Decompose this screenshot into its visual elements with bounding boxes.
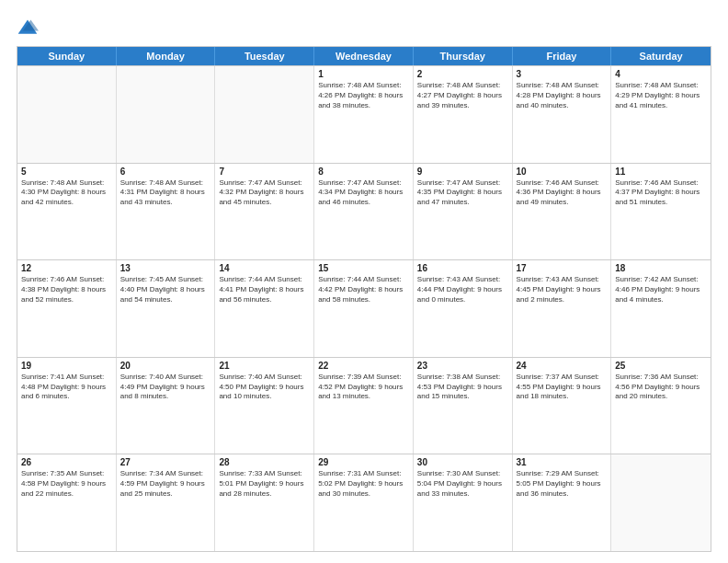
day-number: 8 [318, 167, 409, 177]
day-number: 4 [615, 69, 707, 79]
day-number: 30 [417, 457, 508, 467]
calendar-cell: 10Sunrise: 7:46 AM Sunset: 4:36 PM Dayli… [513, 164, 612, 260]
calendar-cell: 19Sunrise: 7:41 AM Sunset: 4:48 PM Dayli… [17, 358, 117, 454]
weekday-header: Wednesday [314, 47, 414, 65]
day-info: Sunrise: 7:47 AM Sunset: 4:34 PM Dayligh… [318, 178, 409, 208]
calendar-cell: 5Sunrise: 7:48 AM Sunset: 4:30 PM Daylig… [17, 164, 117, 260]
calendar-cell: 31Sunrise: 7:29 AM Sunset: 5:05 PM Dayli… [513, 454, 612, 551]
weekday-header: Monday [117, 47, 216, 65]
day-number: 18 [615, 263, 707, 273]
day-info: Sunrise: 7:48 AM Sunset: 4:31 PM Dayligh… [120, 178, 211, 208]
calendar-cell: 30Sunrise: 7:30 AM Sunset: 5:04 PM Dayli… [414, 454, 513, 551]
calendar-body: 1Sunrise: 7:48 AM Sunset: 4:26 PM Daylig… [17, 65, 711, 551]
page: SundayMondayTuesdayWednesdayThursdayFrid… [0, 0, 728, 563]
day-number: 5 [21, 167, 112, 177]
day-info: Sunrise: 7:36 AM Sunset: 4:56 PM Dayligh… [615, 373, 707, 402]
weekday-header: Sunday [17, 47, 117, 65]
day-number: 15 [318, 263, 409, 273]
calendar-cell: 2Sunrise: 7:48 AM Sunset: 4:27 PM Daylig… [414, 66, 513, 163]
calendar-week: 19Sunrise: 7:41 AM Sunset: 4:48 PM Dayli… [17, 357, 711, 454]
day-info: Sunrise: 7:30 AM Sunset: 5:04 PM Dayligh… [417, 469, 508, 499]
day-info: Sunrise: 7:44 AM Sunset: 4:41 PM Dayligh… [219, 275, 310, 304]
day-number: 12 [21, 263, 112, 273]
calendar-cell: 13Sunrise: 7:45 AM Sunset: 4:40 PM Dayli… [117, 260, 216, 357]
weekday-header: Friday [513, 47, 612, 65]
day-info: Sunrise: 7:46 AM Sunset: 4:36 PM Dayligh… [517, 178, 608, 208]
calendar-cell [117, 66, 216, 163]
day-info: Sunrise: 7:41 AM Sunset: 4:48 PM Dayligh… [21, 373, 112, 402]
calendar-cell: 23Sunrise: 7:38 AM Sunset: 4:53 PM Dayli… [414, 358, 513, 454]
day-info: Sunrise: 7:31 AM Sunset: 5:02 PM Dayligh… [318, 469, 409, 499]
day-number: 11 [615, 167, 707, 177]
day-info: Sunrise: 7:48 AM Sunset: 4:28 PM Dayligh… [517, 81, 608, 110]
calendar-header-row: SundayMondayTuesdayWednesdayThursdayFrid… [17, 47, 711, 65]
calendar-cell: 27Sunrise: 7:34 AM Sunset: 4:59 PM Dayli… [117, 454, 216, 551]
day-info: Sunrise: 7:48 AM Sunset: 4:27 PM Dayligh… [417, 81, 508, 110]
day-number: 6 [120, 167, 211, 177]
weekday-header: Tuesday [215, 47, 314, 65]
day-number: 29 [318, 457, 409, 467]
logo [17, 17, 42, 39]
weekday-header: Saturday [611, 47, 711, 65]
calendar-cell: 1Sunrise: 7:48 AM Sunset: 4:26 PM Daylig… [314, 66, 414, 163]
calendar-cell: 29Sunrise: 7:31 AM Sunset: 5:02 PM Dayli… [314, 454, 414, 551]
day-number: 24 [517, 361, 608, 371]
day-info: Sunrise: 7:44 AM Sunset: 4:42 PM Dayligh… [318, 275, 409, 304]
calendar-cell: 17Sunrise: 7:43 AM Sunset: 4:45 PM Dayli… [513, 260, 612, 357]
day-number: 26 [21, 457, 112, 467]
header [17, 17, 711, 39]
calendar-cell: 25Sunrise: 7:36 AM Sunset: 4:56 PM Dayli… [611, 358, 711, 454]
calendar-cell: 21Sunrise: 7:40 AM Sunset: 4:50 PM Dayli… [215, 358, 314, 454]
logo-icon [17, 17, 39, 39]
calendar-cell: 14Sunrise: 7:44 AM Sunset: 4:41 PM Dayli… [215, 260, 314, 357]
calendar-week: 26Sunrise: 7:35 AM Sunset: 4:58 PM Dayli… [17, 454, 711, 551]
calendar-cell: 24Sunrise: 7:37 AM Sunset: 4:55 PM Dayli… [513, 358, 612, 454]
calendar-cell: 6Sunrise: 7:48 AM Sunset: 4:31 PM Daylig… [117, 164, 216, 260]
day-number: 20 [120, 361, 211, 371]
day-info: Sunrise: 7:42 AM Sunset: 4:46 PM Dayligh… [615, 275, 707, 304]
day-info: Sunrise: 7:37 AM Sunset: 4:55 PM Dayligh… [517, 373, 608, 402]
day-info: Sunrise: 7:47 AM Sunset: 4:32 PM Dayligh… [219, 178, 310, 208]
calendar-cell [17, 66, 117, 163]
calendar-cell: 12Sunrise: 7:46 AM Sunset: 4:38 PM Dayli… [17, 260, 117, 357]
day-number: 19 [21, 361, 112, 371]
day-number: 9 [417, 167, 508, 177]
calendar-week: 1Sunrise: 7:48 AM Sunset: 4:26 PM Daylig… [17, 65, 711, 163]
day-info: Sunrise: 7:35 AM Sunset: 4:58 PM Dayligh… [21, 469, 112, 499]
day-number: 1 [318, 69, 409, 79]
calendar-cell: 18Sunrise: 7:42 AM Sunset: 4:46 PM Dayli… [611, 260, 711, 357]
day-info: Sunrise: 7:47 AM Sunset: 4:35 PM Dayligh… [417, 178, 508, 208]
calendar-cell: 7Sunrise: 7:47 AM Sunset: 4:32 PM Daylig… [215, 164, 314, 260]
calendar-cell: 28Sunrise: 7:33 AM Sunset: 5:01 PM Dayli… [215, 454, 314, 551]
calendar-cell: 4Sunrise: 7:48 AM Sunset: 4:29 PM Daylig… [611, 66, 711, 163]
day-info: Sunrise: 7:29 AM Sunset: 5:05 PM Dayligh… [517, 469, 608, 499]
day-info: Sunrise: 7:38 AM Sunset: 4:53 PM Dayligh… [417, 373, 508, 402]
day-info: Sunrise: 7:48 AM Sunset: 4:30 PM Dayligh… [21, 178, 112, 208]
calendar-cell [215, 66, 314, 163]
calendar-cell [611, 454, 711, 551]
day-info: Sunrise: 7:43 AM Sunset: 4:45 PM Dayligh… [517, 275, 608, 304]
day-info: Sunrise: 7:40 AM Sunset: 4:49 PM Dayligh… [120, 373, 211, 402]
day-number: 3 [517, 69, 608, 79]
calendar-cell: 8Sunrise: 7:47 AM Sunset: 4:34 PM Daylig… [314, 164, 414, 260]
day-info: Sunrise: 7:40 AM Sunset: 4:50 PM Dayligh… [219, 373, 310, 402]
calendar-cell: 16Sunrise: 7:43 AM Sunset: 4:44 PM Dayli… [414, 260, 513, 357]
calendar-cell: 20Sunrise: 7:40 AM Sunset: 4:49 PM Dayli… [117, 358, 216, 454]
day-info: Sunrise: 7:33 AM Sunset: 5:01 PM Dayligh… [219, 469, 310, 499]
calendar-cell: 22Sunrise: 7:39 AM Sunset: 4:52 PM Dayli… [314, 358, 414, 454]
calendar-cell: 11Sunrise: 7:46 AM Sunset: 4:37 PM Dayli… [611, 164, 711, 260]
day-number: 21 [219, 361, 310, 371]
day-info: Sunrise: 7:34 AM Sunset: 4:59 PM Dayligh… [120, 469, 211, 499]
calendar-cell: 3Sunrise: 7:48 AM Sunset: 4:28 PM Daylig… [513, 66, 612, 163]
day-info: Sunrise: 7:43 AM Sunset: 4:44 PM Dayligh… [417, 275, 508, 304]
day-number: 14 [219, 263, 310, 273]
day-number: 31 [517, 457, 608, 467]
day-info: Sunrise: 7:48 AM Sunset: 4:29 PM Dayligh… [615, 81, 707, 110]
day-number: 23 [417, 361, 508, 371]
day-info: Sunrise: 7:39 AM Sunset: 4:52 PM Dayligh… [318, 373, 409, 402]
day-number: 2 [417, 69, 508, 79]
day-number: 7 [219, 167, 310, 177]
weekday-header: Thursday [414, 47, 513, 65]
day-info: Sunrise: 7:46 AM Sunset: 4:38 PM Dayligh… [21, 275, 112, 304]
day-number: 10 [517, 167, 608, 177]
